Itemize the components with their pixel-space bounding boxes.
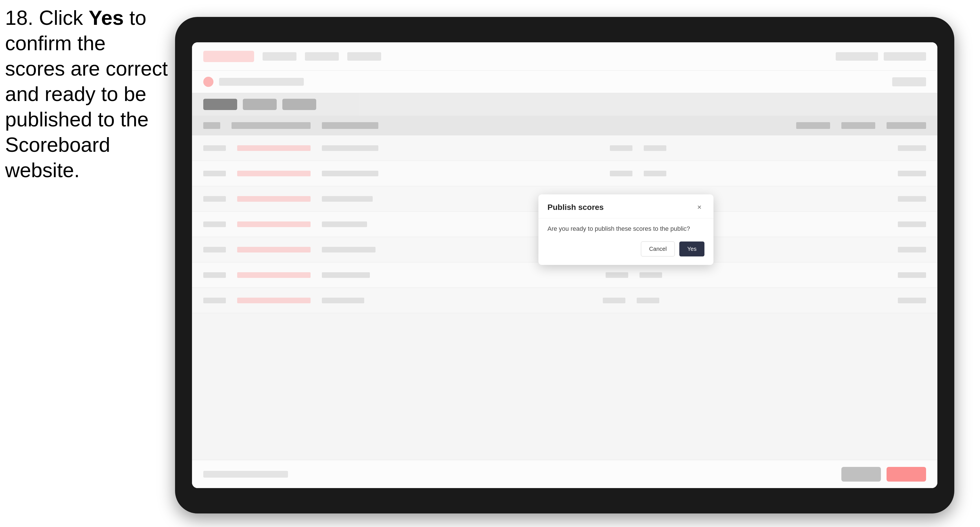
bold-yes: Yes [89, 6, 124, 29]
toolbar-btn-3 [282, 99, 316, 110]
toolbar-btn-1 [203, 99, 237, 110]
nav-right [836, 52, 926, 61]
th-name [232, 122, 310, 129]
tr-s1 [610, 145, 632, 151]
nav-item-2 [305, 52, 339, 61]
th-total [886, 122, 926, 129]
modal-dialog: Publish scores × Are you ready to publis… [538, 194, 713, 265]
th-club [322, 122, 378, 129]
modal-actions: Cancel Yes [547, 241, 705, 256]
close-icon: × [697, 203, 701, 211]
sub-header-right [892, 77, 926, 86]
sub-header-icon [203, 77, 213, 87]
tablet-screen: Publish scores × Are you ready to publis… [192, 42, 937, 488]
cancel-button[interactable]: Cancel [641, 241, 675, 256]
th-score2 [842, 122, 875, 129]
tr-s2 [644, 145, 666, 151]
modal-message: Are you ready to publish these scores to… [547, 225, 705, 232]
nav-item-1 [262, 52, 296, 61]
tr-rank [203, 145, 226, 151]
nav-right-item-1 [836, 52, 878, 61]
modal-header: Publish scores × [538, 194, 713, 218]
tr-total [898, 145, 926, 151]
publish-button-bg [886, 467, 926, 482]
th-rank [203, 122, 220, 129]
save-button-bg [842, 467, 881, 482]
modal-body: Are you ready to publish these scores to… [538, 218, 713, 265]
instruction-text: 18. Click Yes to confirm the scores are … [5, 5, 169, 183]
sub-header-title [219, 78, 304, 86]
table-body [192, 135, 937, 460]
table-row [192, 262, 937, 288]
modal-title: Publish scores [547, 203, 604, 212]
top-nav [192, 42, 937, 70]
modal-close-button[interactable]: × [694, 202, 705, 213]
bottom-bar [192, 460, 937, 488]
instruction-suffix: to confirm the scores are correct and re… [5, 6, 168, 181]
toolbar [192, 93, 937, 116]
sub-header [192, 70, 937, 93]
nav-logo [203, 51, 254, 62]
app-background [192, 42, 937, 488]
table-row [192, 135, 937, 161]
table-row [192, 288, 937, 313]
table-header [192, 116, 937, 135]
tr-name [237, 145, 310, 151]
bottom-buttons [842, 467, 926, 482]
toolbar-btn-2 [243, 99, 277, 110]
th-score1 [796, 122, 830, 129]
instruction-prefix: Click [39, 6, 89, 29]
bottom-text [203, 471, 288, 478]
tablet-device: Publish scores × Are you ready to publis… [175, 17, 954, 513]
tr-club [322, 145, 378, 151]
nav-item-3 [347, 52, 381, 61]
nav-right-item-2 [884, 52, 926, 61]
yes-button[interactable]: Yes [679, 241, 705, 256]
step-number: 18. [5, 6, 33, 29]
table-row [192, 161, 937, 186]
